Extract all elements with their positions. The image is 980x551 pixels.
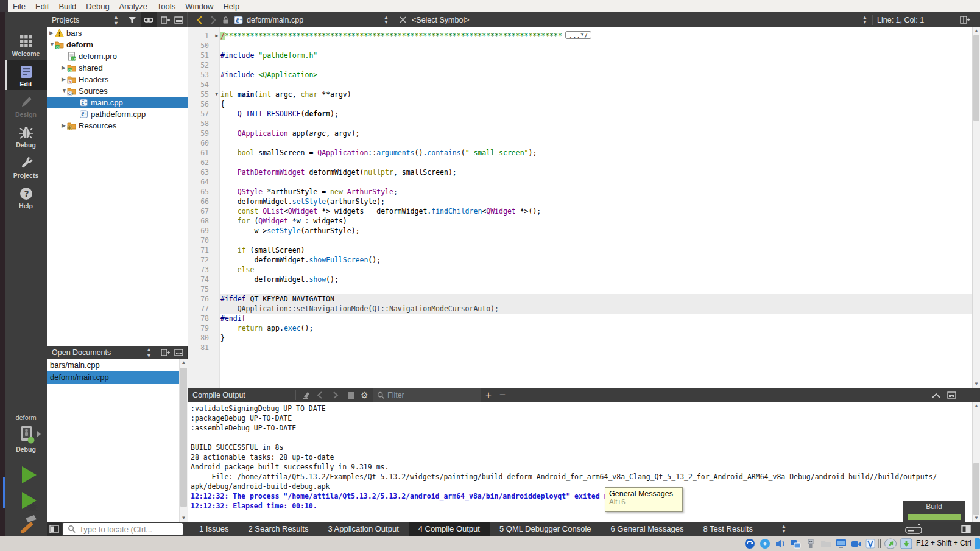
maximize-panel-icon[interactable]: + bbox=[485, 388, 492, 402]
code-line-81[interactable] bbox=[220, 343, 972, 353]
code-line-60[interactable] bbox=[220, 138, 972, 148]
scroll-down-icon[interactable]: ▼ bbox=[973, 514, 980, 522]
vbox-cd-icon[interactable] bbox=[760, 538, 770, 549]
open-document-bars-main-cpp[interactable]: bars/main.cpp bbox=[47, 359, 188, 371]
gutter-line-59[interactable]: 59 bbox=[188, 128, 219, 138]
gutter-line-60[interactable]: 60 bbox=[188, 138, 219, 148]
mode-debug[interactable]: Debug bbox=[5, 121, 47, 151]
gutter-line-65[interactable]: 65 bbox=[188, 187, 219, 197]
updown-arrows-icon[interactable]: ▲▼ bbox=[384, 12, 389, 27]
code-line-64[interactable] bbox=[220, 177, 972, 187]
gutter-line-58[interactable]: 58 bbox=[188, 119, 219, 128]
code-line-57[interactable]: Q_INIT_RESOURCE(deform); bbox=[220, 109, 972, 119]
back-icon[interactable] bbox=[196, 12, 203, 27]
gutter-line-78[interactable]: 78 bbox=[188, 314, 219, 323]
mode-edit[interactable]: Edit bbox=[5, 60, 47, 90]
vbox-audio-icon[interactable] bbox=[775, 538, 786, 549]
vbox-usb-icon[interactable] bbox=[805, 538, 816, 549]
vbox-sharedfolder-icon[interactable] bbox=[820, 538, 831, 549]
vbox-keyboard-capture-icon[interactable] bbox=[900, 538, 912, 549]
editor-scrollbar[interactable]: ▲ ▼ bbox=[972, 27, 980, 388]
link-with-editor-icon[interactable] bbox=[141, 12, 157, 27]
menu-build[interactable]: Build bbox=[54, 2, 81, 11]
mode-help[interactable]: ?Help bbox=[5, 181, 47, 212]
code-line-51[interactable]: #include "pathdeform.h" bbox=[220, 51, 972, 60]
code-line-78[interactable]: #endif bbox=[220, 314, 972, 323]
fold-marker-icon[interactable]: ▼ bbox=[215, 89, 218, 99]
tree-item-pathdeform-cpp[interactable]: c̄+pathdeform.cpp bbox=[47, 108, 188, 120]
output-tab-5-qml-debugger-console[interactable]: 5 QML Debugger Console bbox=[490, 522, 601, 536]
vbox-harddisk-icon[interactable] bbox=[744, 538, 755, 549]
scrollbar-thumb[interactable] bbox=[973, 463, 979, 515]
tree-item-headers[interactable]: ▶hHeaders bbox=[47, 74, 188, 85]
code-line-50[interactable] bbox=[220, 41, 972, 51]
scroll-up-icon[interactable]: ▲ bbox=[973, 402, 980, 410]
kit-expand-arrow-icon[interactable] bbox=[37, 431, 41, 437]
split-panel-icon[interactable] bbox=[161, 349, 170, 356]
scroll-down-icon[interactable]: ▼ bbox=[973, 381, 980, 388]
expander-collapsed-icon[interactable]: ▶ bbox=[62, 120, 66, 132]
tree-item-sources[interactable]: ▼C+Sources bbox=[47, 85, 188, 97]
vbox-mouse-integration-icon[interactable] bbox=[884, 538, 897, 549]
gutter-line-52[interactable]: 52 bbox=[188, 60, 219, 70]
gutter-line-51[interactable]: 51 bbox=[188, 51, 219, 60]
tree-item-deform[interactable]: ▼Qtdeform bbox=[47, 39, 188, 51]
minimize-panel-icon[interactable]: − bbox=[499, 388, 506, 402]
mode-projects[interactable]: Projects bbox=[5, 151, 47, 181]
build-hammer-button[interactable] bbox=[18, 513, 39, 533]
updown-arrows-icon[interactable]: ▲▼ bbox=[862, 12, 867, 27]
minimize-panel-icon[interactable] bbox=[174, 16, 183, 24]
gutter-line-66[interactable]: 66 bbox=[188, 197, 219, 206]
gutter-line-67[interactable]: 67 bbox=[188, 206, 219, 216]
code-line-52[interactable] bbox=[220, 60, 972, 70]
code-line-77[interactable]: QApplication::setNavigationMode(Qt::Navi… bbox=[220, 304, 972, 314]
menu-file[interactable]: File bbox=[8, 2, 30, 11]
code-line-58[interactable] bbox=[220, 119, 972, 128]
gutter-line-62[interactable]: 62 bbox=[188, 158, 219, 167]
menu-debug[interactable]: Debug bbox=[81, 2, 114, 11]
code-line-62[interactable] bbox=[220, 158, 972, 167]
clean-output-icon[interactable] bbox=[302, 388, 312, 402]
close-panel-icon[interactable] bbox=[947, 388, 956, 402]
code-line-1[interactable]: /***************************************… bbox=[220, 31, 972, 41]
tree-item-shared[interactable]: ▶Qtshared bbox=[47, 62, 188, 74]
expander-collapsed-icon[interactable]: ▶ bbox=[62, 74, 66, 85]
gutter-line-57[interactable]: 57 bbox=[188, 109, 219, 119]
output-panel-body[interactable]: :validateSigningDebug UP-TO-DATE:package… bbox=[188, 402, 972, 522]
gutter-line-56[interactable]: 56 bbox=[188, 99, 219, 109]
gutter-line-80[interactable]: 80 bbox=[188, 333, 219, 343]
menu-help[interactable]: Help bbox=[218, 2, 244, 11]
gutter-line-73[interactable]: 73 bbox=[188, 265, 219, 275]
stop-icon[interactable] bbox=[347, 388, 355, 402]
output-tab-1-issues[interactable]: 1 Issues bbox=[189, 522, 238, 536]
menu-analyze[interactable]: Analyze bbox=[115, 2, 152, 11]
code-line-80[interactable]: } bbox=[220, 333, 972, 343]
code-line-65[interactable]: QStyle *arthurStyle = new ArthurStyle; bbox=[220, 187, 972, 197]
code-line-56[interactable]: { bbox=[220, 99, 972, 109]
expander-collapsed-icon[interactable]: ▶ bbox=[49, 27, 54, 39]
gutter-line-81[interactable]: 81 bbox=[188, 343, 219, 353]
updown-arrows-icon[interactable]: ▲▼ bbox=[146, 346, 152, 359]
mode-welcome[interactable]: Welcome bbox=[5, 29, 47, 60]
gutter-line-50[interactable]: 50 bbox=[188, 41, 219, 51]
gutter-line-69[interactable]: 69 bbox=[188, 226, 219, 236]
expander-expanded-icon[interactable]: ▼ bbox=[62, 85, 67, 97]
output-tab-4-compile-output[interactable]: 4 Compile Output bbox=[409, 522, 490, 536]
code-line-71[interactable]: if (smallScreen) bbox=[220, 245, 972, 255]
gutter-line-71[interactable]: 71 bbox=[188, 245, 219, 255]
toggle-right-sidebar-button[interactable] bbox=[961, 525, 971, 533]
tree-item-deform-pro[interactable]: Qtdeform.pro bbox=[47, 51, 188, 62]
expander-expanded-icon[interactable]: ▼ bbox=[49, 39, 55, 51]
code-line-74[interactable]: deformWidget.show(); bbox=[220, 275, 972, 284]
filter-icon[interactable] bbox=[128, 16, 136, 24]
symbol-combo[interactable]: <Select Symbol> bbox=[412, 12, 470, 27]
gutter-line-53[interactable]: 53 bbox=[188, 70, 219, 80]
updown-arrows-icon[interactable]: ▲▼ bbox=[113, 14, 119, 26]
gutter-line-77[interactable]: 77 bbox=[188, 304, 219, 314]
code-line-72[interactable]: deformWidget.showFullScreen(); bbox=[220, 255, 972, 265]
gutter-line-54[interactable]: 54 bbox=[188, 80, 219, 89]
gutter-line-79[interactable]: 79 bbox=[188, 323, 219, 333]
menu-edit[interactable]: Edit bbox=[30, 2, 54, 11]
code-line-67[interactable]: const QList<QWidget *> widgets = deformW… bbox=[220, 206, 972, 216]
gutter-line-75[interactable]: 75 bbox=[188, 284, 219, 294]
